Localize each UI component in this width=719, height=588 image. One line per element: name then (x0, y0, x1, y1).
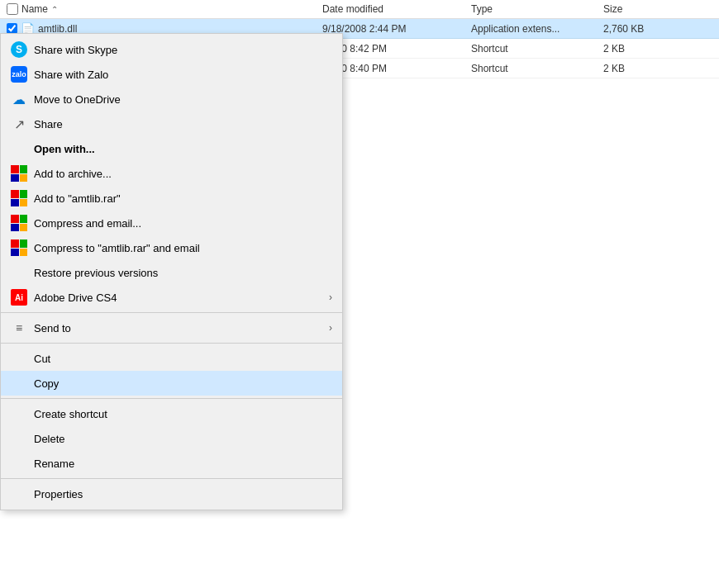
menu-item-label: Compress and email... (34, 217, 332, 230)
menu-item-label: Open with... (34, 143, 332, 155)
winrar-icon (11, 215, 27, 231)
menu-item-label: Share with Skype (34, 44, 332, 56)
file-date: 9/18/2008 2:44 PM (322, 23, 471, 35)
menu-item-add-to-archive[interactable]: Add to archive... (1, 161, 342, 186)
zalo-icon: zalo (11, 66, 27, 83)
menu-item-move-onedrive[interactable]: ☁Move to OneDrive (1, 87, 342, 111)
menu-item-label: Cut (34, 353, 332, 365)
file-size: 2 KB (603, 63, 669, 74)
menu-item-share-zalo[interactable]: zaloShare with Zalo (1, 62, 342, 87)
context-menu: SShare with SkypezaloShare with Zalo☁Mov… (0, 33, 343, 510)
menu-item-open-with[interactable]: Open with... (1, 136, 342, 161)
menu-item-label: Properties (34, 488, 332, 500)
submenu-arrow-icon: › (329, 292, 332, 303)
column-name-label: Name (21, 3, 48, 15)
menu-item-adobe-drive[interactable]: AiAdobe Drive CS4› (1, 285, 342, 310)
column-date-modified: Date modified (322, 3, 471, 15)
explorer-column-header: Name ⌃ Date modified Type Size (0, 0, 719, 19)
menu-item-label: Restore previous versions (34, 267, 332, 279)
menu-item-restore-versions[interactable]: Restore previous versions (1, 260, 342, 285)
empty-icon (11, 375, 27, 391)
empty-icon (11, 430, 27, 447)
header-checkbox-area[interactable]: Name ⌃ (7, 3, 58, 15)
menu-item-label: Share with Zalo (34, 69, 332, 81)
file-size: 2,760 KB (603, 23, 669, 35)
onedrive-icon: ☁ (11, 91, 27, 107)
menu-item-create-shortcut[interactable]: Create shortcut (1, 401, 342, 426)
menu-item-label: Share (34, 118, 332, 130)
file-size: 2 KB (603, 43, 669, 55)
adobe-icon: Ai (11, 289, 27, 306)
menu-item-send-to[interactable]: ≡Send to› (1, 315, 342, 340)
file-type: Shortcut (471, 43, 603, 55)
menu-item-cut[interactable]: Cut (1, 346, 342, 371)
share-icon: ↗ (11, 116, 27, 132)
submenu-arrow-icon: › (329, 322, 332, 334)
empty-icon (11, 405, 27, 422)
winrar-icon (11, 165, 27, 182)
column-name: Name ⌃ (0, 3, 322, 15)
menu-item-label: Adobe Drive CS4 (34, 292, 322, 304)
menu-item-share[interactable]: ↗Share (1, 111, 342, 136)
sort-arrow-icon: ⌃ (51, 5, 58, 14)
menu-item-share-skype[interactable]: SShare with Skype (1, 37, 342, 62)
file-type: Application extens... (471, 23, 603, 35)
menu-item-compress-rar-email[interactable]: Compress to "amtlib.rar" and email (1, 235, 342, 260)
file-type: Shortcut (471, 63, 603, 74)
winrar-icon (11, 190, 27, 206)
menu-separator (1, 312, 342, 313)
empty-icon (11, 486, 27, 502)
menu-item-copy[interactable]: Copy (1, 371, 342, 396)
menu-item-label: Create shortcut (34, 408, 332, 420)
menu-item-properties[interactable]: Properties (1, 481, 342, 506)
empty-icon (11, 350, 27, 367)
menu-item-label: Add to archive... (34, 168, 332, 180)
menu-separator (1, 478, 342, 479)
menu-item-label: Move to OneDrive (34, 93, 332, 106)
column-type: Type (471, 3, 603, 15)
winrar-icon (11, 239, 27, 256)
file-date: /2020 8:42 PM (322, 43, 471, 55)
skype-icon: S (11, 41, 27, 58)
menu-item-label: Add to "amtlib.rar" (34, 192, 332, 205)
empty-icon (11, 455, 27, 472)
select-all-checkbox[interactable] (7, 3, 18, 15)
empty-icon (11, 264, 27, 281)
menu-item-label: Copy (34, 377, 332, 390)
menu-item-label: Compress to "amtlib.rar" and email (34, 242, 332, 254)
explorer-background: Name ⌃ Date modified Type Size 📄 amtlib.… (0, 0, 719, 588)
menu-item-compress-email[interactable]: Compress and email... (1, 211, 342, 235)
menu-separator (1, 398, 342, 399)
file-date: /2020 8:40 PM (322, 63, 471, 74)
menu-item-rename[interactable]: Rename (1, 451, 342, 476)
menu-item-delete[interactable]: Delete (1, 426, 342, 451)
sendto-icon: ≡ (11, 320, 27, 336)
menu-item-label: Send to (34, 322, 322, 334)
empty-icon (11, 140, 27, 157)
menu-item-add-to-rar[interactable]: Add to "amtlib.rar" (1, 186, 342, 211)
menu-separator (1, 343, 342, 344)
menu-item-label: Rename (34, 458, 332, 470)
column-size: Size (603, 3, 669, 15)
menu-item-label: Delete (34, 433, 332, 445)
